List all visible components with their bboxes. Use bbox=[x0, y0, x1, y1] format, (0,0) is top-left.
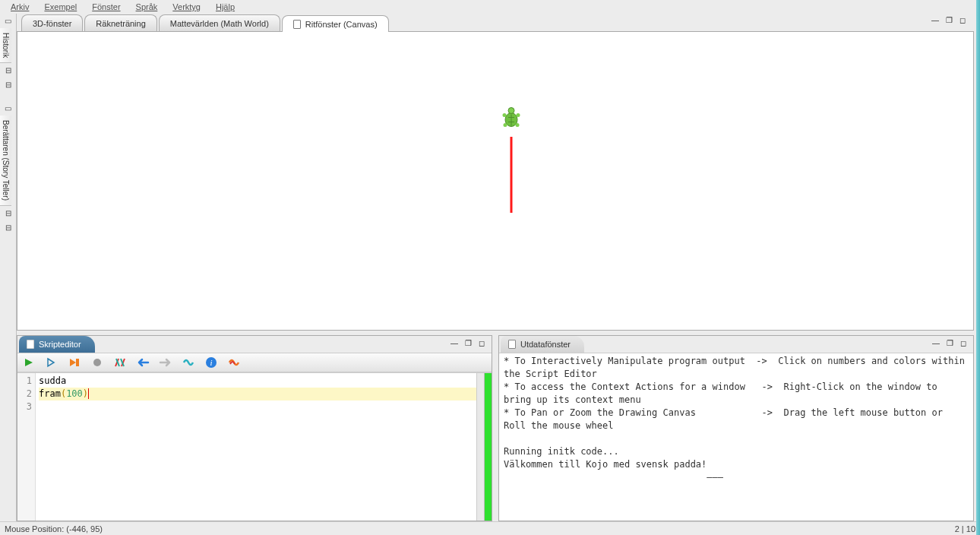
doc-icon bbox=[293, 20, 301, 29]
code-line-2[interactable]: fram(100) bbox=[39, 388, 476, 400]
exec-indicator bbox=[484, 373, 492, 521]
output-min-icon[interactable]: — bbox=[931, 339, 941, 348]
svg-point-10 bbox=[93, 359, 101, 366]
undo-button[interactable] bbox=[136, 356, 150, 369]
editor-scrollbar[interactable] bbox=[476, 373, 484, 521]
rail-pin-icon[interactable]: ⊟ bbox=[0, 63, 16, 78]
turtle-path bbox=[511, 137, 513, 213]
output-tab[interactable]: Utdatafönster bbox=[501, 336, 584, 353]
script-editor-panel: Skripteditor — ❐ ◻ i bbox=[17, 335, 492, 521]
run-button[interactable] bbox=[22, 356, 36, 369]
rail-pin2-icon[interactable]: ⊟ bbox=[0, 78, 16, 92]
menu-arkiv[interactable]: Arkiv bbox=[5, 2, 35, 11]
turtle-icon bbox=[501, 107, 522, 132]
redo-button[interactable] bbox=[159, 356, 172, 369]
menu-fonster[interactable]: Fönster bbox=[86, 2, 126, 11]
menu-hjalp[interactable]: Hjälp bbox=[210, 2, 241, 11]
output-max-icon[interactable]: ◻ bbox=[958, 339, 969, 348]
tabs-row: 3D-fönster Räkneträning Mattevärlden (Ma… bbox=[17, 14, 974, 32]
help-button[interactable]: i bbox=[204, 356, 218, 369]
status-right: 2 | 10 bbox=[955, 524, 975, 533]
editor-toolbar: i bbox=[17, 353, 492, 372]
svg-marker-6 bbox=[25, 359, 33, 366]
canvas-min-icon[interactable]: — bbox=[930, 16, 940, 25]
status-left: Mouse Position: (-446, 95) bbox=[5, 524, 103, 533]
svg-marker-8 bbox=[70, 359, 76, 366]
clear-button[interactable] bbox=[113, 356, 127, 369]
rail-pin4-icon[interactable]: ⊟ bbox=[0, 220, 16, 235]
run-selected-button[interactable] bbox=[45, 356, 58, 369]
line-gutter: 1 2 3 bbox=[17, 373, 36, 521]
canvas-restore-icon[interactable]: ❐ bbox=[944, 16, 954, 25]
right-edge-decoration bbox=[976, 0, 980, 535]
tab-3d-fonster[interactable]: 3D-fönster bbox=[21, 14, 83, 31]
svg-marker-7 bbox=[48, 359, 54, 366]
bottom-row: Skripteditor — ❐ ◻ i bbox=[17, 335, 974, 521]
output-restore-icon[interactable]: ❐ bbox=[944, 339, 955, 348]
svg-point-5 bbox=[516, 123, 520, 127]
tab-ritfonster[interactable]: Ritfönster (Canvas) bbox=[282, 15, 389, 32]
svg-point-4 bbox=[504, 123, 507, 127]
script-editor-tab[interactable]: Skripteditor bbox=[19, 336, 95, 353]
svg-point-2 bbox=[503, 113, 507, 117]
main-area: 3D-fönster Räkneträning Mattevärlden (Ma… bbox=[17, 14, 974, 521]
output-panel: Utdatafönster — ❐ ◻ * To Interactively M… bbox=[498, 335, 974, 521]
menubar: Arkiv Exempel Fönster Språk Verktyg Hjäl… bbox=[0, 0, 980, 14]
canvas-window-controls: — ❐ ◻ bbox=[930, 16, 968, 25]
format-button[interactable] bbox=[182, 356, 195, 369]
menu-exempel[interactable]: Exempel bbox=[38, 2, 83, 11]
editor-restore-icon[interactable]: ❐ bbox=[463, 339, 473, 348]
code-area[interactable]: sudda fram(100) bbox=[36, 373, 476, 521]
rail-pin3-icon[interactable]: ⊟ bbox=[0, 206, 16, 220]
menu-verktyg[interactable]: Verktyg bbox=[166, 2, 207, 11]
svg-text:i: i bbox=[210, 358, 212, 367]
output-body[interactable]: * To Interactively Manipulate program ou… bbox=[499, 353, 973, 521]
code-line-1[interactable]: sudda bbox=[39, 375, 476, 388]
tab-matte[interactable]: Mattevärlden (Math World) bbox=[159, 14, 280, 31]
editor-body[interactable]: 1 2 3 sudda fram(100) bbox=[17, 372, 492, 521]
trace-button[interactable] bbox=[68, 356, 81, 369]
code-line-3[interactable] bbox=[39, 400, 476, 413]
rail-doc-icon[interactable]: ▭ bbox=[0, 14, 16, 28]
editor-max-icon[interactable]: ◻ bbox=[476, 339, 487, 348]
rail-tab-berattaren[interactable]: Berättaren (Story Teller) bbox=[0, 116, 11, 206]
drawing-canvas[interactable] bbox=[17, 32, 974, 331]
statusbar: Mouse Position: (-446, 95) 2 | 10 bbox=[0, 521, 980, 535]
canvas-max-icon[interactable]: ◻ bbox=[957, 16, 968, 25]
svg-rect-9 bbox=[76, 359, 79, 366]
doc-icon bbox=[508, 340, 516, 349]
menu-sprak[interactable]: Språk bbox=[130, 2, 164, 11]
left-rail: ▭ Historik ⊟ ⊟ ▭ Berättaren (Story Telle… bbox=[0, 14, 17, 521]
stop-button[interactable] bbox=[90, 356, 104, 369]
worksheet-button[interactable] bbox=[227, 356, 241, 369]
rail-tab-historik[interactable]: Historik bbox=[0, 28, 11, 63]
doc-icon bbox=[27, 340, 34, 349]
rail-doc2-icon[interactable]: ▭ bbox=[0, 101, 16, 116]
editor-min-icon[interactable]: — bbox=[449, 339, 460, 348]
svg-point-1 bbox=[508, 108, 514, 114]
tab-rakne[interactable]: Räkneträning bbox=[84, 14, 156, 31]
svg-point-3 bbox=[517, 113, 520, 117]
